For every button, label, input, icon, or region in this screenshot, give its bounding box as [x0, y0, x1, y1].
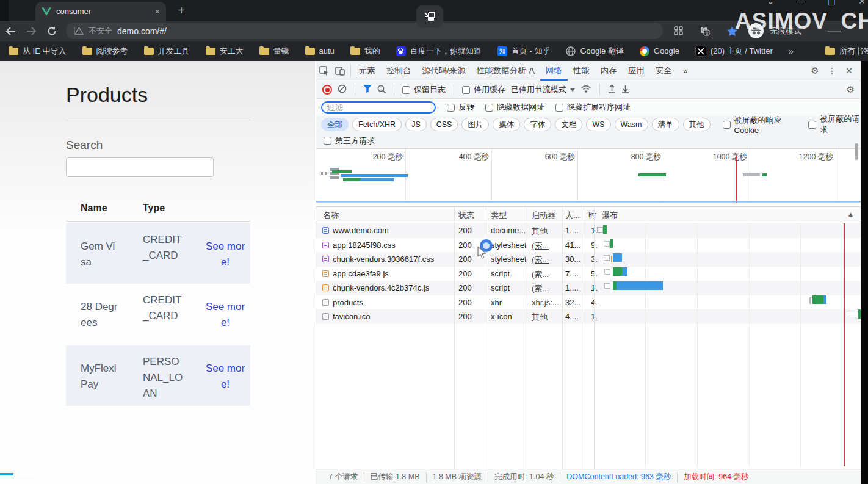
col-time[interactable]: 时 — [588, 210, 596, 221]
all-bookmarks-button[interactable]: 所有书签 — [825, 46, 868, 57]
bookmark-item[interactable]: 安工大 — [206, 46, 244, 57]
request-initiator-link[interactable]: (索... — [532, 269, 561, 280]
more-tabs-chevron[interactable]: » — [678, 61, 693, 81]
disable-cache-checkbox[interactable]: 停用缓存 — [462, 84, 505, 95]
chip-img[interactable]: 图片 — [461, 118, 489, 131]
bookmark-item-twitter[interactable]: (20) 主页 / Twitter — [695, 46, 773, 57]
request-initiator-link[interactable]: (索... — [532, 255, 561, 265]
preserve-log-checkbox[interactable]: 保留日志 — [402, 84, 446, 95]
tab-network[interactable]: 网络 — [540, 61, 568, 81]
import-har-icon[interactable] — [608, 85, 616, 95]
bookmark-item[interactable]: 阅读参考 — [82, 46, 128, 57]
request-initiator-link[interactable]: (索... — [532, 283, 561, 294]
close-window-button[interactable]: ✕ — [856, 0, 868, 6]
third-party-checkbox[interactable]: 第三方请求 — [324, 135, 375, 146]
new-tab-button[interactable]: + — [173, 2, 189, 18]
col-name[interactable]: 名称 — [323, 210, 339, 221]
see-more-link[interactable]: See more! — [205, 239, 245, 270]
bookmark-item[interactable]: 开发工具 — [144, 46, 190, 57]
chip-all[interactable]: 全部 — [321, 118, 349, 131]
bookmark-item[interactable]: autu — [305, 46, 335, 56]
tab-application[interactable]: 应用 — [623, 61, 650, 81]
tab-close-icon[interactable]: × — [155, 7, 160, 16]
kebab-menu-icon[interactable]: ⋮ — [824, 63, 840, 78]
chip-manifest[interactable]: 清单 — [652, 118, 679, 131]
see-more-link[interactable]: See more! — [205, 361, 245, 392]
url-text[interactable]: demo.com/#/ — [117, 26, 167, 36]
chip-media[interactable]: 媒体 — [493, 118, 520, 131]
chip-other[interactable]: 其他 — [683, 118, 711, 131]
network-conditions-icon[interactable] — [580, 85, 591, 95]
col-status[interactable]: 状态 — [458, 210, 474, 221]
throttling-dropdown[interactable]: 已停用节流模式 — [511, 84, 575, 95]
request-row[interactable]: products 200 xhr xhr.js:... 32... 4. — [316, 295, 861, 310]
invert-checkbox[interactable]: 反转 — [447, 102, 474, 113]
back-button[interactable] — [0, 23, 21, 40]
bookmarks-overflow-chevron[interactable]: » — [789, 46, 794, 56]
bookmark-item-google[interactable]: Google — [640, 46, 679, 56]
translate-icon[interactable]: G 文 — [695, 23, 715, 40]
clear-network-log-button[interactable] — [338, 84, 347, 95]
chip-css[interactable]: CSS — [430, 118, 458, 131]
filter-input[interactable] — [321, 101, 436, 114]
inspect-element-icon[interactable] — [316, 63, 332, 78]
tab-memory[interactable]: 内存 — [595, 61, 623, 81]
minimize-button[interactable]: — — [795, 0, 807, 6]
tab-search-icon[interactable]: ⌄ — [764, 0, 776, 6]
close-devtools-icon[interactable]: × — [841, 63, 857, 78]
extensions-icon[interactable] — [668, 23, 689, 40]
filter-toggle-icon[interactable] — [363, 85, 372, 95]
column-separator[interactable] — [454, 206, 455, 469]
col-waterfall[interactable]: 瀑布 — [602, 210, 618, 221]
chip-js[interactable]: JS — [405, 118, 427, 131]
search-network-icon[interactable] — [377, 85, 386, 95]
tab-performance-insights[interactable]: 性能数据分析 — [471, 61, 540, 81]
col-size[interactable]: 大... — [565, 210, 580, 221]
request-row[interactable]: www.demo.com 200 docume... 其他 1.... 1. — [316, 223, 861, 238]
sort-asc-icon[interactable]: ▲ — [848, 211, 853, 217]
blocked-cookies-checkbox[interactable]: 被屏蔽的响应 Cookie — [723, 115, 799, 135]
record-network-log-button[interactable] — [322, 85, 332, 95]
export-har-icon[interactable] — [621, 85, 629, 95]
request-initiator-link[interactable]: (索... — [532, 240, 561, 251]
request-row[interactable]: favicon.ico 200 x-icon 其他 4.... 1. — [316, 309, 861, 324]
hide-extension-urls-checkbox[interactable]: 隐藏扩展程序网址 — [555, 102, 631, 113]
device-toolbar-icon[interactable] — [332, 63, 348, 78]
chip-doc[interactable]: 文档 — [555, 118, 582, 131]
column-separator[interactable] — [562, 206, 563, 469]
browser-tab[interactable]: consumer × — [35, 2, 166, 21]
reload-button[interactable] — [42, 23, 62, 40]
tab-elements[interactable]: 元素 — [353, 61, 381, 81]
chip-fetch-xhr[interactable]: Fetch/XHR — [352, 118, 402, 131]
product-search-input[interactable] — [66, 157, 214, 177]
chip-ws[interactable]: WS — [586, 118, 610, 131]
column-separator[interactable] — [527, 206, 527, 469]
network-settings-gear-icon[interactable]: ⚙ — [847, 84, 861, 95]
request-row[interactable]: chunk-vendors.4c2b374c.js 200 script (索.… — [316, 281, 861, 295]
security-label[interactable]: 不安全 — [89, 26, 112, 37]
column-separator[interactable] — [594, 206, 595, 469]
screen-resize-overlay-button[interactable] — [416, 5, 443, 27]
bookmark-item[interactable]: 从 IE 中导入 — [9, 46, 67, 57]
request-row[interactable]: app.cdae3fa9.js 200 script (索... 7.... 5… — [316, 267, 861, 281]
bookmark-item-zhihu[interactable]: 知 首页 - 知乎 — [497, 46, 551, 57]
maximize-button[interactable]: ▢ — [825, 0, 837, 6]
bookmark-item-baidu[interactable]: 百度一下，你就知道 — [396, 46, 482, 57]
hide-data-urls-checkbox[interactable]: 隐藏数据网址 — [485, 102, 544, 113]
col-type[interactable]: 类型 — [491, 210, 507, 221]
tab-console[interactable]: 控制台 — [381, 61, 417, 81]
scrollbar-thumb[interactable] — [855, 143, 858, 160]
bookmark-item[interactable]: 我的 — [350, 46, 380, 57]
chip-wasm[interactable]: Wasm — [615, 118, 648, 131]
blocked-requests-checkbox[interactable]: 被屏蔽的请求 — [808, 114, 861, 135]
tab-security[interactable]: 安全 — [650, 61, 678, 81]
bookmark-item[interactable]: 量镜 — [259, 46, 289, 57]
network-overview-timeline[interactable]: 200 毫秒 400 毫秒 600 毫秒 800 毫秒 1000 毫秒 1200… — [316, 149, 861, 203]
request-row[interactable]: chunk-vendors.3036617f.css 200 styleshee… — [316, 252, 861, 267]
request-row[interactable]: app.18245f98.css 200 stylesheet (索... 41… — [316, 238, 861, 253]
bookmark-item-google-translate[interactable]: Google 翻译 — [566, 46, 624, 57]
incognito-avatar[interactable] — [748, 23, 764, 38]
address-bar[interactable]: 不安全 demo.com/#/ — [66, 23, 663, 39]
tab-performance[interactable]: 性能 — [568, 61, 595, 81]
bookmark-star-icon[interactable] — [722, 23, 742, 40]
